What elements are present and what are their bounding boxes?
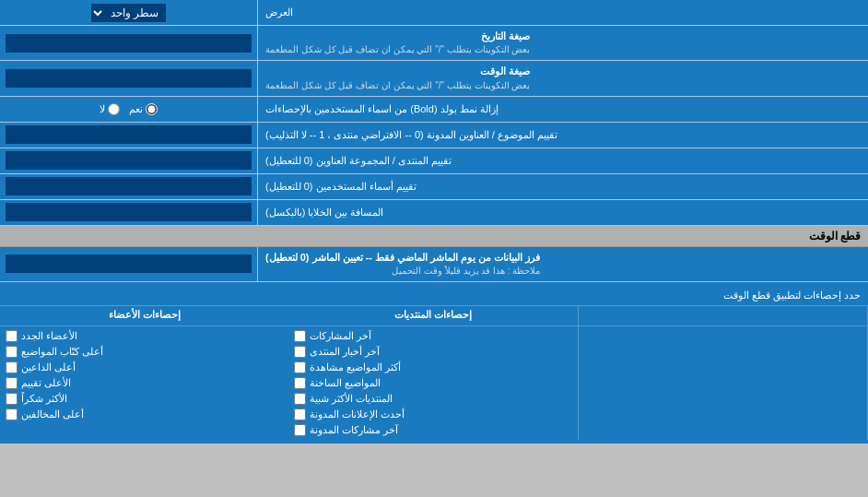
col-forums: آخر المشاركات آخر أخبار المنتدى أكثر الم… xyxy=(288,326,578,440)
label-display-mode: العرض xyxy=(258,0,868,25)
col-header-members: إحصاءات الأعضاء xyxy=(0,306,288,325)
checkboxes-headers: إحصاءات المنتديات إحصاءات الأعضاء xyxy=(0,306,868,326)
limit-row: حدد إحصاءات لتطبيق قطع الوقت xyxy=(0,286,868,306)
row-display-mode: العرض سطر واحد سطران ثلاثة أسطر xyxy=(0,0,868,26)
radio-group-bold: نعم لا xyxy=(92,100,165,119)
text-date-format[interactable]: d-m xyxy=(6,34,252,53)
radio-yes[interactable] xyxy=(146,103,158,115)
label-topic-order: تقييم الموضوع / العناوين المدونة (0 -- ا… xyxy=(258,123,868,148)
main-container: العرض سطر واحد سطران ثلاثة أسطر صيغة الت… xyxy=(0,0,868,444)
checkboxes-content: آخر المشاركات آخر أخبار المنتدى أكثر الم… xyxy=(0,326,868,440)
input-forum-order: 33 xyxy=(0,148,258,173)
limit-label: حدد إحصاءات لتطبيق قطع الوقت xyxy=(0,287,868,304)
text-topic-order[interactable]: 33 xyxy=(6,125,252,144)
checkbox-item: آخر أخبار المنتدى xyxy=(294,344,571,360)
checkbox-item: أعلى الداعين xyxy=(6,360,283,375)
col-members: الأعضاء الجدد أعلى كتّاب المواضيع أعلى ا… xyxy=(0,326,288,440)
row-forum-order: تقييم المنتدى / المجموعة العناوين (0 للت… xyxy=(0,148,868,174)
row-username-order: تقييم أسماء المستخدمين (0 للتعطيل) 0 xyxy=(0,174,868,200)
input-date-format: d-m xyxy=(0,26,258,60)
checkbox-latest-announcements[interactable] xyxy=(294,408,306,420)
input-display-mode: سطر واحد سطران ثلاثة أسطر xyxy=(0,0,258,25)
checkboxes-section: حدد إحصاءات لتطبيق قطع الوقت إحصاءات الم… xyxy=(0,282,868,444)
col-empty xyxy=(579,326,868,440)
checkbox-item: المنتديات الأكثر شبية xyxy=(294,391,571,407)
input-username-order: 0 xyxy=(0,174,258,199)
row-topic-order: تقييم الموضوع / العناوين المدونة (0 -- ا… xyxy=(0,123,868,148)
input-time-cut: 0 xyxy=(0,247,258,281)
label-date-format: صيغة التاريخ بعض التكوينات يتطلب ‎"/"‎ ا… xyxy=(258,26,868,60)
section-header-time: قطع الوقت xyxy=(0,226,868,247)
checkbox-item: آخر المشاركات xyxy=(294,328,571,344)
text-username-order[interactable]: 0 xyxy=(6,177,252,195)
row-time-cut: فرز البيانات من يوم الماشر الماضي فقط --… xyxy=(0,247,868,282)
input-gap-cells: 2 xyxy=(0,200,258,225)
label-forum-order: تقييم المنتدى / المجموعة العناوين (0 للت… xyxy=(258,148,868,173)
checkbox-most-thanked[interactable] xyxy=(6,393,18,405)
radio-label-yes[interactable]: نعم xyxy=(129,103,158,115)
checkbox-hot-topics[interactable] xyxy=(294,377,306,389)
checkbox-top-inviters[interactable] xyxy=(6,361,18,373)
radio-label-no[interactable]: لا xyxy=(100,103,120,115)
text-forum-order[interactable]: 33 xyxy=(6,151,252,170)
checkbox-top-rated[interactable] xyxy=(6,377,18,389)
checkbox-item: الأعلى تقييم xyxy=(6,375,283,391)
label-gap-cells: المسافة بين الخلايا (بالبكسل) xyxy=(258,200,868,225)
select-display-mode[interactable]: سطر واحد سطران ثلاثة أسطر xyxy=(91,4,166,22)
label-bold-remove: إزالة نمط بولد (Bold) من اسماء المستخدمي… xyxy=(258,97,868,122)
checkbox-blog-posts[interactable] xyxy=(294,424,306,436)
row-time-format: صيغة الوقت بعض التكوينات يتطلب ‎"/"‎ الت… xyxy=(0,61,868,96)
label-time-cut: فرز البيانات من يوم الماشر الماضي فقط --… xyxy=(258,247,868,281)
checkbox-most-viewed[interactable] xyxy=(294,361,306,373)
checkbox-item: آخر مشاركات المدونة xyxy=(294,422,571,438)
row-bold-remove: إزالة نمط بولد (Bold) من اسماء المستخدمي… xyxy=(0,97,868,123)
row-date-format: صيغة التاريخ بعض التكوينات يتطلب ‎"/"‎ ا… xyxy=(0,26,868,61)
checkbox-item: أحدث الإعلانات المدونة xyxy=(294,407,571,422)
text-gap-cells[interactable]: 2 xyxy=(6,203,252,221)
checkbox-item: الأكثر شكراً xyxy=(6,391,283,407)
col-header-empty xyxy=(579,306,868,325)
label-username-order: تقييم أسماء المستخدمين (0 للتعطيل) xyxy=(258,174,868,199)
row-gap-cells: المسافة بين الخلايا (بالبكسل) 2 xyxy=(0,200,868,226)
checkbox-popular-forums[interactable] xyxy=(294,393,306,405)
checkbox-top-writers[interactable] xyxy=(6,346,18,358)
checkbox-item: أعلى كتّاب المواضيع xyxy=(6,344,283,360)
checkbox-item: المواضيع الساخنة xyxy=(294,375,571,391)
checkbox-item: الأعضاء الجدد xyxy=(6,328,283,344)
input-time-format: H:i xyxy=(0,61,258,95)
input-bold-remove: نعم لا xyxy=(0,97,258,122)
checkbox-last-posts[interactable] xyxy=(294,330,306,342)
input-topic-order: 33 xyxy=(0,123,258,148)
text-time-format[interactable]: H:i xyxy=(6,69,252,88)
checkbox-top-violators[interactable] xyxy=(6,408,18,420)
checkbox-item: أكثر المواضيع مشاهدة xyxy=(294,360,571,375)
col-header-forums: إحصاءات المنتديات xyxy=(288,306,578,325)
checkbox-item: أعلى المخالفين xyxy=(6,407,283,422)
checkbox-new-members[interactable] xyxy=(6,330,18,342)
text-time-cut[interactable]: 0 xyxy=(6,254,252,273)
checkbox-forum-news[interactable] xyxy=(294,346,306,358)
radio-no[interactable] xyxy=(108,103,120,115)
label-time-format: صيغة الوقت بعض التكوينات يتطلب ‎"/"‎ الت… xyxy=(258,61,868,95)
